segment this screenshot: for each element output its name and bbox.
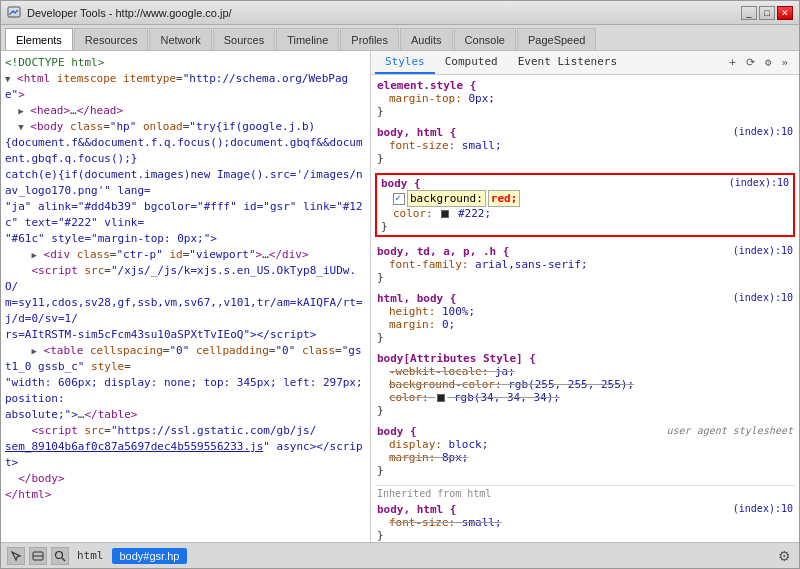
selector-tag[interactable]: body#gsr.hp: [112, 548, 188, 564]
svg-point-4: [56, 551, 63, 558]
rule-html-body: html, body { (index):10 height: 100%; ma…: [375, 292, 795, 344]
svg-point-1: [9, 13, 11, 15]
rule-source[interactable]: (index):10: [729, 177, 789, 190]
rule-close: }: [381, 220, 789, 233]
rule-props: font-family: arial,sans-serif;: [377, 258, 793, 271]
devtools-window: Developer Tools - http://www.google.co.j…: [0, 0, 800, 569]
rule-header: body { user agent stylesheet: [377, 425, 793, 438]
maximize-button[interactable]: □: [759, 6, 775, 20]
rule-body-editing: body { (index):10 background: red; color…: [375, 173, 795, 237]
style-val: block;: [449, 438, 489, 451]
tab-resources[interactable]: Resources: [74, 28, 149, 50]
rule-selector: body, td, a, p, .h {: [377, 245, 509, 258]
title-bar-left: Developer Tools - http://www.google.co.j…: [7, 6, 232, 20]
add-style-action[interactable]: +: [726, 56, 739, 69]
bottom-toolbar: html body#gsr.hp ⚙: [1, 542, 799, 568]
rule-header: body[Attributes Style] {: [377, 352, 793, 365]
tab-console[interactable]: Console: [454, 28, 516, 50]
html-line: ▶ <div class="ctr-p" id="viewport">…</di…: [5, 247, 366, 263]
tab-pagespeed[interactable]: PageSpeed: [517, 28, 597, 50]
style-prop: margin:: [389, 318, 435, 331]
rule-props: font-size: small;: [377, 516, 793, 529]
tab-styles[interactable]: Styles: [375, 51, 435, 74]
prop-checkbox[interactable]: [393, 193, 405, 205]
rule-body-ua: body { user agent stylesheet display: bl…: [375, 425, 795, 477]
settings-gear-icon[interactable]: ⚙: [775, 547, 793, 565]
rule-close: }: [377, 152, 793, 165]
main-content: <!DOCTYPE html> ▼ <html itemscope itemty…: [1, 51, 799, 542]
style-prop: color:: [393, 207, 433, 220]
search-icon[interactable]: [51, 547, 69, 565]
html-line: "ja" alink="#dd4b39" bgcolor="#fff" id="…: [5, 199, 366, 231]
rule-props: -webkit-locale: ja;: [377, 365, 793, 378]
rule-source[interactable]: (index):10: [733, 503, 793, 516]
html-line: <!DOCTYPE html>: [5, 55, 366, 71]
html-line: rs=AItRSTM-sim5cFcm43su10aSPXtTvIEoQ"></…: [5, 327, 366, 343]
html-line: <script src="/xjs/_/js/k=xjs.s.en_US.OkT…: [5, 263, 366, 295]
style-prop: height:: [389, 305, 435, 318]
close-panel-action[interactable]: »: [778, 56, 791, 69]
panel-tabs: Styles Computed Event Listeners + ⟳ ⚙ »: [371, 51, 799, 75]
strikethrough-prop: -webkit-locale: ja;: [389, 365, 515, 378]
html-line: ▼ <html itemscope itemtype="http://schem…: [5, 71, 366, 103]
html-panel[interactable]: <!DOCTYPE html> ▼ <html itemscope itemty…: [1, 51, 371, 542]
style-prop: font-family:: [389, 258, 468, 271]
rule-close: }: [377, 331, 793, 344]
html-breadcrumb[interactable]: html: [77, 549, 104, 562]
rule-body-td: body, td, a, p, .h { (index):10 font-fam…: [375, 245, 795, 284]
inspect-icon[interactable]: [7, 547, 25, 565]
color-swatch: [441, 210, 449, 218]
html-line: </html>: [5, 487, 366, 503]
strikethrough-prop: color: rgb(34, 34, 34);: [389, 391, 560, 404]
html-line: "#61c" style="margin-top: 0px;">: [5, 231, 366, 247]
panel-tab-actions: + ⟳ ⚙ »: [726, 51, 795, 74]
editable-val[interactable]: red;: [488, 190, 521, 207]
tab-profiles[interactable]: Profiles: [340, 28, 399, 50]
style-prop: margin-top:: [389, 92, 462, 105]
rule-body-html: body, html { (index):10 font-size: small…: [375, 126, 795, 165]
window-controls: _ □ ✕: [741, 6, 793, 20]
rule-props-2: background-color: rgb(255, 255, 255);: [377, 378, 793, 391]
rule-header: body, html { (index):10: [377, 503, 793, 516]
tab-event-listeners[interactable]: Event Listeners: [508, 51, 627, 74]
style-val: 100%;: [442, 305, 475, 318]
html-line: catch(e){if(document.images)new Image().…: [5, 167, 366, 199]
rule-close: }: [377, 529, 793, 542]
settings-action[interactable]: ⚙: [762, 56, 775, 69]
html-line: "width: 606px; display: none; top: 345px…: [5, 375, 366, 407]
tab-network[interactable]: Network: [149, 28, 211, 50]
minimize-button[interactable]: _: [741, 6, 757, 20]
rule-header: body, td, a, p, .h { (index):10: [377, 245, 793, 258]
html-line: {document.f&&document.f.q.focus();docume…: [5, 135, 366, 167]
refresh-action[interactable]: ⟳: [743, 56, 758, 69]
html-line: absolute;">…</table>: [5, 407, 366, 423]
rule-header: html, body { (index):10: [377, 292, 793, 305]
rule-source[interactable]: (index):10: [733, 245, 793, 258]
strikethrough-prop: background-color: rgb(255, 255, 255);: [389, 378, 634, 391]
tab-audits[interactable]: Audits: [400, 28, 453, 50]
rule-header: body { (index):10: [381, 177, 789, 190]
rule-selector: body {: [377, 425, 417, 438]
rule-props-color: color: #222;: [381, 207, 789, 220]
rule-close: }: [377, 105, 793, 118]
tab-elements[interactable]: Elements: [5, 28, 73, 50]
rule-body-attrs: body[Attributes Style] { -webkit-locale:…: [375, 352, 795, 417]
rule-selector: body, html {: [377, 126, 456, 139]
html-line: <script src="https://ssl.gstatic.com/gb/…: [5, 423, 366, 439]
title-bar: Developer Tools - http://www.google.co.j…: [1, 1, 799, 25]
editable-prop[interactable]: background:: [407, 190, 486, 207]
strikethrough-prop: margin: 8px;: [389, 451, 468, 464]
rule-source[interactable]: (index):10: [733, 292, 793, 305]
close-button[interactable]: ✕: [777, 6, 793, 20]
tab-sources[interactable]: Sources: [213, 28, 275, 50]
console-drawer-icon[interactable]: [29, 547, 47, 565]
rule-source[interactable]: (index):10: [733, 126, 793, 139]
styles-panel[interactable]: Styles Computed Event Listeners + ⟳ ⚙ » …: [371, 51, 799, 542]
rule-close: }: [377, 271, 793, 284]
rule-selector: body, html {: [377, 503, 456, 516]
rule-props: height: 100%;: [377, 305, 793, 318]
style-prop: display:: [389, 438, 442, 451]
tab-computed[interactable]: Computed: [435, 51, 508, 74]
rule-selector: html, body {: [377, 292, 456, 305]
tab-timeline[interactable]: Timeline: [276, 28, 339, 50]
